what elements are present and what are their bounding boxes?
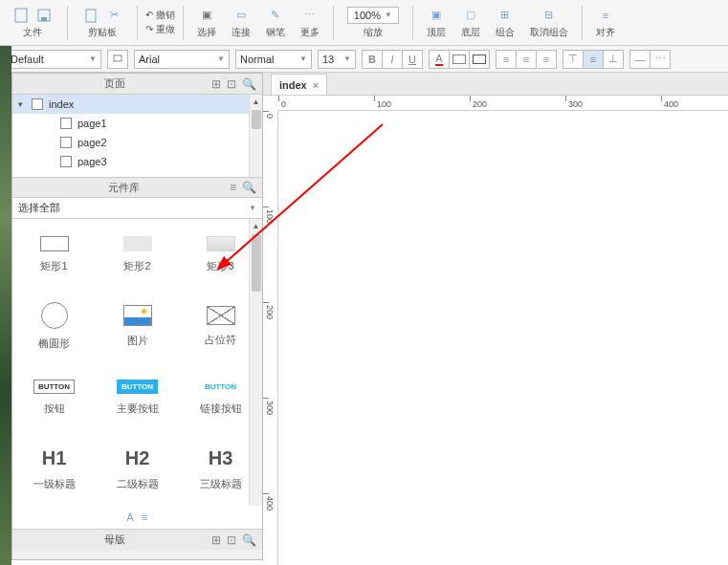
zoom-group: 100%▼ 缩放 <box>342 5 405 41</box>
widget-label: 椭圆形 <box>38 337 70 351</box>
widget-button[interactable]: BUTTON按钮 <box>12 362 96 433</box>
widget-heading[interactable]: H1一级标题 <box>12 434 96 505</box>
doc-icon <box>60 137 72 148</box>
border-style-button[interactable]: ⋯ <box>650 50 671 69</box>
top-tool[interactable]: ▣ 顶层 <box>421 5 452 41</box>
widget-button-primary[interactable]: BUTTON主要按钮 <box>96 362 179 433</box>
add-master-icon[interactable]: ⊞ <box>211 533 221 547</box>
widget-label: 链接按钮 <box>200 402 242 416</box>
align-right-button[interactable]: ≡ <box>536 50 557 69</box>
select-tool[interactable]: ▣ 选择 <box>191 5 222 41</box>
cut-icon[interactable]: ✂ <box>104 7 123 24</box>
library-extra: A ≡ <box>12 506 262 529</box>
divider <box>67 6 68 40</box>
valign-middle-button[interactable]: ≡ <box>583 50 604 69</box>
widget-grid: 矩形1矩形2矩形3椭圆形图片占位符BUTTON按钮BUTTON主要按钮BUTTO… <box>12 219 262 506</box>
file-group[interactable]: 文件 <box>6 5 59 41</box>
widget-heading[interactable]: H2二级标题 <box>96 434 179 505</box>
clipboard-label: 剪贴板 <box>88 26 117 39</box>
canvas-area: index × 0100200300400 0100200300400 <box>263 73 728 565</box>
lib-search-icon[interactable]: 🔍 <box>242 181 256 194</box>
undo-redo-group: ↶ 撤销 ↷ 重做 <box>145 9 175 36</box>
svg-rect-0 <box>15 9 27 22</box>
zoom-select[interactable]: 100%▼ <box>347 7 399 24</box>
lib-menu-icon[interactable]: ≡ <box>230 181 236 194</box>
widget-rect-grey[interactable]: 矩形2 <box>96 219 179 290</box>
align-center-button[interactable]: ≡ <box>516 50 537 69</box>
page-name: page2 <box>77 137 107 148</box>
bg-decoration <box>0 46 11 565</box>
pen-tool[interactable]: ✎ 钢笔 <box>260 5 291 41</box>
text-color-button[interactable]: A <box>429 50 450 69</box>
size-select[interactable]: 13▼ <box>318 50 356 69</box>
widget-rect[interactable]: 矩形1 <box>12 219 96 290</box>
connect-tool[interactable]: ▭ 连接 <box>226 5 256 41</box>
master-search-icon[interactable]: 🔍 <box>242 533 256 547</box>
page-node-root[interactable]: ▾ index <box>12 95 262 114</box>
clipboard-group[interactable]: ✂ 剪贴板 <box>76 5 129 41</box>
page-name: index <box>49 98 74 110</box>
page-name: page3 <box>77 156 107 167</box>
widget-circle[interactable]: 椭圆形 <box>12 291 96 361</box>
page-node-child[interactable]: page3 <box>12 152 262 171</box>
bold-button[interactable]: B <box>362 50 383 69</box>
ungroup-icon: ⊟ <box>540 7 559 24</box>
bottom-tool[interactable]: ▢ 底层 <box>455 5 486 41</box>
widget-image[interactable]: 图片 <box>96 291 179 361</box>
valign-top-button[interactable]: ⊤ <box>563 50 584 69</box>
ruler-vertical: 0100200300400 <box>263 111 278 565</box>
style-preset-select[interactable]: Default▼ <box>6 50 101 69</box>
fill-color-button[interactable] <box>449 50 470 69</box>
divider <box>582 6 583 40</box>
ruler-horizontal: 0100200300400 <box>278 96 728 111</box>
masters-header: 母版 ⊞ ⊡ 🔍 <box>12 529 262 550</box>
library-select[interactable]: 选择全部 ▼ <box>12 198 262 219</box>
list-widget-icon[interactable]: ≡ <box>142 511 147 523</box>
close-tab-icon[interactable]: × <box>313 79 319 91</box>
weight-select[interactable]: Normal▼ <box>235 50 312 69</box>
text-widget-icon[interactable]: A <box>127 511 134 523</box>
send-back-icon: ▢ <box>461 7 480 24</box>
pages-scrollbar[interactable]: ▲ <box>249 95 262 177</box>
page-node-child[interactable]: page2 <box>12 133 262 152</box>
canvas-tab[interactable]: index × <box>271 74 327 95</box>
widget-label: 矩形3 <box>207 259 233 273</box>
divider <box>183 6 184 40</box>
pen-icon: ✎ <box>266 7 285 24</box>
format-painter-button[interactable] <box>107 50 128 69</box>
library-header: 元件库 ≡ 🔍 <box>12 177 262 198</box>
file-label: 文件 <box>23 26 42 39</box>
page-node-child[interactable]: page1 <box>12 114 262 133</box>
widget-label: 矩形1 <box>40 259 67 273</box>
underline-button[interactable]: U <box>402 50 423 69</box>
align-icon: ≡ <box>596 7 615 24</box>
border-width-button[interactable]: — <box>629 50 651 69</box>
paste-icon[interactable] <box>81 7 100 24</box>
add-page-icon[interactable]: ⊞ <box>211 77 221 91</box>
more-tool[interactable]: ⋯ 更多 <box>295 5 325 41</box>
search-icon[interactable]: 🔍 <box>242 77 256 91</box>
border-color-button[interactable] <box>469 50 490 69</box>
italic-button[interactable]: I <box>382 50 403 69</box>
align-left-button[interactable]: ≡ <box>496 50 517 69</box>
valign-bottom-button[interactable]: ⊥ <box>603 50 624 69</box>
format-bar: Default▼ Arial▼ Normal▼ 13▼ B I U A ≡ ≡ … <box>0 46 728 73</box>
file-save-icon[interactable] <box>34 7 54 24</box>
library-scrollbar[interactable]: ▲ <box>249 219 262 506</box>
page-name: page1 <box>77 118 107 129</box>
pages-header: 页面 ⊞ ⊡ 🔍 <box>12 74 262 95</box>
ungroup-tool[interactable]: ⊟ 取消组合 <box>524 5 574 41</box>
canvas[interactable] <box>278 111 728 565</box>
align-tool[interactable]: ≡ 对齐 <box>590 5 621 41</box>
file-new-icon[interactable] <box>11 7 31 24</box>
redo-button[interactable]: ↷ 重做 <box>145 23 175 36</box>
add-folder-icon[interactable]: ⊡ <box>227 77 236 91</box>
divider <box>137 6 138 40</box>
add-master-folder-icon[interactable]: ⊡ <box>227 533 236 547</box>
widget-label: 一级标题 <box>33 477 76 491</box>
widget-label: 占位符 <box>205 333 236 347</box>
font-select[interactable]: Arial▼ <box>134 50 230 69</box>
widget-label: 矩形2 <box>123 259 150 273</box>
group-tool[interactable]: ⊞ 组合 <box>490 5 520 41</box>
undo-button[interactable]: ↶ 撤销 <box>145 9 175 22</box>
